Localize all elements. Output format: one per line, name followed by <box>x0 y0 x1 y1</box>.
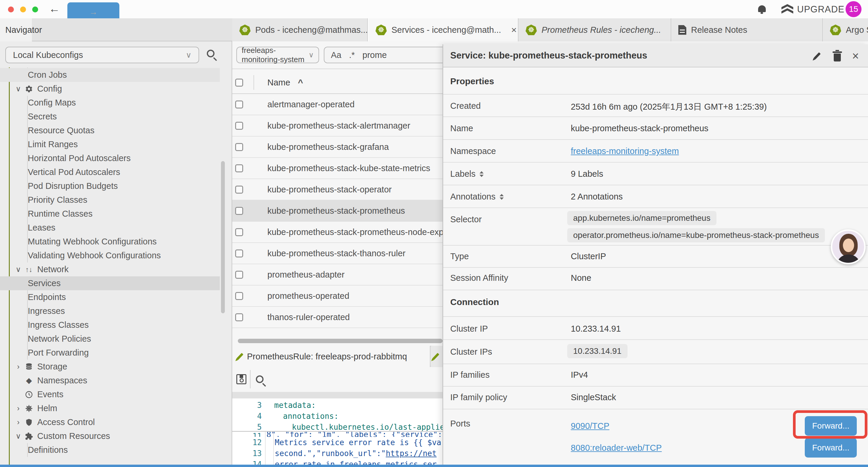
sort-ascending-icon[interactable]: ^ <box>298 78 303 87</box>
table-row[interactable]: prometheus-operated <box>232 286 442 307</box>
table-row[interactable]: kube-prometheus-stack-grafana <box>232 137 442 158</box>
table-row[interactable]: kube-prometheus-stack-operator <box>232 179 442 200</box>
table-row[interactable]: kube-prometheus-stack-prometheus-node-ex… <box>232 222 442 243</box>
name-column-header[interactable]: Name <box>267 78 290 87</box>
sidebar-search-icon[interactable] <box>207 50 215 57</box>
table-row[interactable]: kube-prometheus-stack-alertmanager <box>232 115 442 137</box>
tab-release-notes[interactable]: Release Notes <box>671 18 823 41</box>
expand-collapse-icon[interactable] <box>479 171 484 177</box>
sidebar-item-port-forwarding[interactable]: Port Forwarding <box>0 346 220 360</box>
row-checkbox[interactable] <box>235 122 243 130</box>
table-row-selected[interactable]: kube-prometheus-stack-prometheus <box>232 200 442 222</box>
minimize-window-button[interactable] <box>20 6 26 12</box>
chevron-right-icon[interactable]: › <box>13 362 23 371</box>
match-case-toggle[interactable]: Aa <box>331 50 341 60</box>
row-checkbox[interactable] <box>235 271 243 279</box>
row-checkbox[interactable] <box>235 207 243 215</box>
chevron-right-icon[interactable]: › <box>13 418 23 427</box>
sidebar-item-access-control[interactable]: › Access Control <box>0 415 220 429</box>
sidebar-item-endpoints[interactable]: Endpoints <box>0 290 220 304</box>
table-row[interactable]: prometheus-adapter <box>232 264 442 286</box>
sidebar-item-custom-resources[interactable]: ∨ Custom Resources <box>0 429 220 443</box>
maximize-window-button[interactable] <box>32 6 38 12</box>
upgrade-button[interactable]: UPGRADE <box>797 4 844 15</box>
chevron-down-icon[interactable]: ∨ <box>13 85 23 93</box>
sidebar-item-storage[interactable]: › Storage <box>0 360 220 374</box>
editor-tab-prometheusrule[interactable]: PrometheusRule: freeleaps-prod-rabbitmq <box>232 346 430 367</box>
sidebar-item-resource-quotas[interactable]: Resource Quotas <box>0 123 220 138</box>
sidebar-item-helm[interactable]: › Helm <box>0 401 220 415</box>
sidebar-item-namespaces[interactable]: ◆ Namespaces <box>0 374 220 387</box>
table-row[interactable]: thanos-ruler-operated <box>232 307 442 328</box>
runbook-url-link[interactable]: https://net <box>386 449 437 458</box>
sidebar-item-horizontal-pod-autoscalers[interactable]: Horizontal Pod Autoscalers <box>0 151 220 165</box>
sidebar-item-priority-classes[interactable]: Priority Classes <box>0 193 220 207</box>
chevron-down-icon[interactable]: ∨ <box>13 265 23 274</box>
row-checkbox[interactable] <box>235 313 243 321</box>
sidebar-item-validating-webhook-configurations[interactable]: Validating Webhook Configurations <box>0 249 220 262</box>
sidebar-item-config-maps[interactable]: Config Maps <box>0 96 220 110</box>
table-row[interactable]: alertmanager-operated <box>232 94 442 115</box>
sidebar-item-events[interactable]: Events <box>0 387 220 401</box>
row-checkbox[interactable] <box>235 228 243 236</box>
navigator-tab[interactable]: Navigator <box>0 18 32 41</box>
sidebar-scrollbar[interactable] <box>221 161 225 313</box>
row-checkbox[interactable] <box>235 250 243 258</box>
tab-argo[interactable]: Argo Se <box>823 18 868 41</box>
editor-tab-partial[interactable] <box>431 346 442 367</box>
sidebar-item-secrets[interactable]: Secrets <box>0 110 220 123</box>
sidebar-item-vertical-pod-autoscalers[interactable]: Vertical Pod Autoscalers <box>0 165 220 179</box>
row-checkbox[interactable] <box>235 143 243 151</box>
sidebar-item-limit-ranges[interactable]: Limit Ranges <box>0 138 220 151</box>
chevron-right-icon[interactable]: › <box>13 404 23 413</box>
port-link-8080[interactable]: 8080:reloader-web/TCP <box>571 443 662 453</box>
namespace-link[interactable]: freeleaps-monitoring-system <box>571 146 679 156</box>
sidebar-item-mutating-webhook-configurations[interactable]: Mutating Webhook Configurations <box>0 235 220 249</box>
regex-toggle[interactable]: .* <box>349 50 354 60</box>
row-checkbox[interactable] <box>235 292 243 300</box>
notifications-bell-icon[interactable] <box>758 5 766 12</box>
edit-button[interactable] <box>816 44 818 67</box>
editor-search-icon[interactable] <box>256 375 264 383</box>
sidebar-item-network-policies[interactable]: Network Policies <box>0 332 220 346</box>
close-icon: × <box>852 49 859 63</box>
forward-button-8080[interactable]: Forward... <box>805 438 857 458</box>
table-row[interactable]: kube-prometheus-stack-thanos-ruler <box>232 243 442 264</box>
row-checkbox[interactable] <box>235 100 243 109</box>
select-all-checkbox[interactable] <box>235 79 243 87</box>
sidebar-item-cron-jobs[interactable]: Cron Jobs <box>0 68 220 82</box>
sidebar-item-leases[interactable]: Leases <box>0 221 220 235</box>
sidebar-item-pod-disruption-budgets[interactable]: Pod Disruption Budgets <box>0 179 220 193</box>
delete-button[interactable] <box>834 44 841 67</box>
row-checkbox[interactable] <box>235 185 243 194</box>
sidebar-item-config[interactable]: ∨ Config <box>0 82 220 96</box>
namespace-select[interactable]: freeleaps-monitoring-system ∨ <box>236 47 319 63</box>
sidebar-item-services[interactable]: Services <box>0 276 220 290</box>
horizontal-scrollbar[interactable] <box>238 339 442 343</box>
save-icon[interactable] <box>236 374 246 384</box>
code-line: Metrics service error rate is {{ $va <box>275 438 441 447</box>
sidebar-item-network[interactable]: ∨ ↑↓ Network <box>0 262 220 276</box>
tab-services[interactable]: Services - icecheng@math... × <box>368 18 519 41</box>
sidebar-item-runtime-classes[interactable]: Runtime Classes <box>0 207 220 221</box>
chevron-down-icon[interactable]: ∨ <box>13 432 23 440</box>
port-link-9090[interactable]: 9090/TCP <box>571 421 610 431</box>
tab-prometheus-rules[interactable]: Prometheus Rules - icecheng... <box>519 18 671 41</box>
close-panel-button[interactable]: × <box>852 44 859 67</box>
notification-count-badge[interactable]: 15 <box>845 1 862 17</box>
sidebar-item-ingress-classes[interactable]: Ingress Classes <box>0 318 220 332</box>
close-window-button[interactable] <box>8 6 14 12</box>
avatar[interactable] <box>831 229 866 264</box>
editor-scroll-strip[interactable] <box>232 392 442 399</box>
sidebar-item-ingresses[interactable]: Ingresses <box>0 304 220 318</box>
table-row[interactable]: kube-prometheus-stack-kube-state-metrics <box>232 158 442 179</box>
back-arrow-icon[interactable]: ← <box>49 2 60 15</box>
kubeconfig-select[interactable]: Local Kubeconfigs ∨ <box>5 47 199 63</box>
sidebar-item-definitions[interactable]: Definitions <box>0 443 220 457</box>
filter-input[interactable]: Aa .* prome <box>324 47 457 63</box>
tab-pods[interactable]: Pods - icecheng@mathmas... <box>232 18 368 41</box>
close-tab-icon[interactable]: × <box>511 25 517 35</box>
row-checkbox[interactable] <box>235 164 243 172</box>
expand-collapse-icon[interactable] <box>500 194 504 200</box>
name-row: Name kube-prometheus-stack-prometheus <box>443 117 868 140</box>
